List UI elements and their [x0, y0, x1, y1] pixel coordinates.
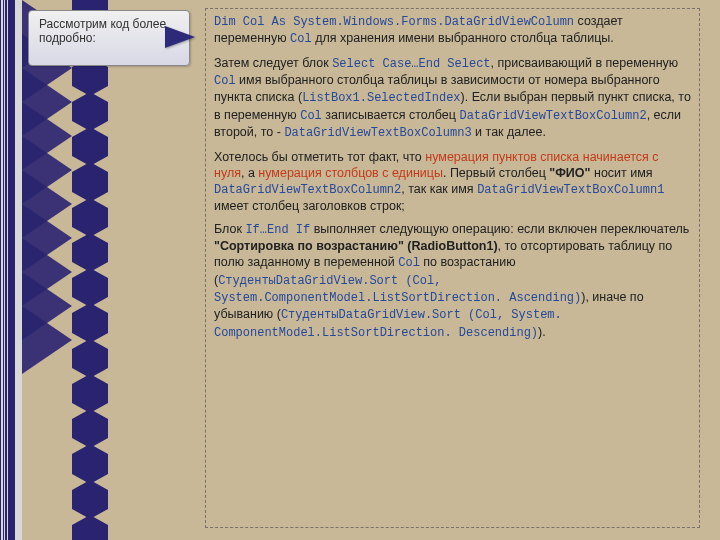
side-triangles [22, 0, 72, 540]
text: , так как имя [401, 182, 477, 196]
text: выполняет следующую операцию: если включ… [310, 222, 689, 236]
code: Col [300, 109, 322, 123]
code: Dim Col As System.Windows.Forms.DataGrid… [214, 15, 574, 29]
text: носит имя [591, 166, 653, 180]
arrow-icon [165, 26, 195, 48]
code: Select Case…End Select [332, 57, 490, 71]
text: ). [538, 325, 546, 339]
code: DataGridViewTextBoxColumn2 [214, 183, 401, 197]
hex-column [72, 0, 112, 540]
code: DataGridViewTextBoxColumn2 [459, 109, 646, 123]
code: DataGridViewTextBoxColumn1 [477, 183, 664, 197]
bold: "ФИО" [549, 166, 590, 180]
paragraph-3: Хотелось бы отметить тот факт, что нумер… [214, 149, 691, 214]
text: и так далее. [472, 125, 546, 139]
code: Col [398, 256, 420, 270]
bold: "Сортировка по возрастанию" (RadioButton… [214, 239, 498, 253]
code: If…End If [245, 223, 310, 237]
code: DataGridViewTextBoxColumn3 [284, 126, 471, 140]
callout-text: Рассмотрим код более подробно: [39, 17, 166, 45]
text: Затем следует блок [214, 56, 332, 70]
text: записывается столбец [322, 108, 460, 122]
text: имеет столбец заголовков строк; [214, 199, 405, 213]
text: . Первый столбец [443, 166, 549, 180]
code: Col [214, 74, 236, 88]
text: для хранения имени выбранного столбца та… [312, 31, 614, 45]
code: ListBox1.SelectedIndex [302, 91, 460, 105]
text: Блок [214, 222, 245, 236]
code: Col [290, 32, 312, 46]
paragraph-4: Блок If…End If выполняет следующую опера… [214, 221, 691, 341]
paragraph-2: Затем следует блок Select Case…End Selec… [214, 55, 691, 142]
paragraph-1: Dim Col As System.Windows.Forms.DataGrid… [214, 13, 691, 48]
highlight: нумерация столбцов с единицы [258, 166, 443, 180]
text: , а [241, 166, 258, 180]
content-box: Dim Col As System.Windows.Forms.DataGrid… [205, 8, 700, 528]
left-decorative-band [0, 0, 22, 540]
text: , присваивающий в переменную [491, 56, 679, 70]
code: СтудентыDataGridView.Sort (Col, System.C… [214, 274, 581, 305]
text: Хотелось бы отметить тот факт, что [214, 150, 425, 164]
